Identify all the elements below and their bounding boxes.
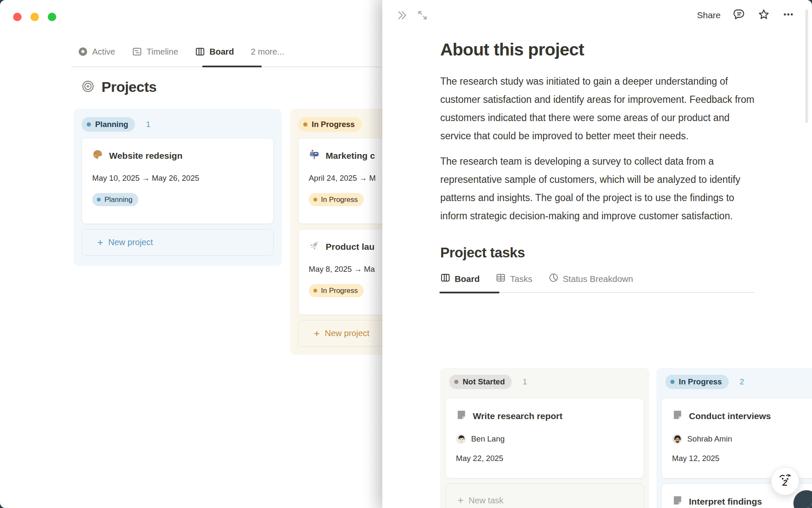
panel-scrollbar[interactable] (805, 9, 808, 123)
column-header: Planning 1 (82, 117, 274, 132)
view-tabs: Active Timeline Board 2 more... (78, 47, 284, 57)
avatar-sohrab-amin (672, 434, 682, 444)
column-header: Not Started 1 (449, 375, 644, 389)
column-count: 1 (146, 120, 151, 129)
tab-label: Board (209, 47, 234, 57)
plus-icon: + (97, 237, 103, 248)
star-icon[interactable] (758, 8, 770, 22)
minimize-window-button[interactable] (30, 13, 39, 21)
task-date: May 12, 2025 (672, 454, 812, 463)
card-title: Conduct interviews (689, 411, 771, 421)
task-date: May 22, 2025 (456, 454, 634, 463)
note-icon (672, 409, 683, 422)
panel-toolbar-left (396, 9, 428, 23)
assignee-name: Sohrab Amin (687, 434, 732, 444)
status-dot (87, 122, 91, 127)
pie-chart-icon (549, 273, 559, 285)
table-icon (496, 273, 506, 285)
palette-emoji (92, 149, 103, 162)
tab-timeline-view[interactable]: Timeline (132, 47, 178, 57)
page-title-row: Projects (81, 79, 156, 95)
tab-task-board[interactable]: Board (440, 273, 480, 285)
task-board: Not Started 1 Write research report (440, 368, 812, 508)
note-icon (456, 409, 467, 422)
card-status-chip: In Progress (309, 284, 364, 297)
timeline-icon (132, 47, 142, 57)
panel-content: About this project The research study wa… (440, 40, 755, 293)
column-count: 1 (523, 377, 527, 387)
task-card-conduct-interviews[interactable]: Conduct interviews Sohrab Amin May 12, 2… (661, 398, 812, 478)
board-icon (440, 273, 450, 285)
close-window-button[interactable] (13, 13, 22, 21)
task-column-not-started: Not Started 1 Write research report (440, 368, 649, 508)
avatar-ben-lang (456, 434, 466, 444)
ellipsis-icon[interactable] (782, 8, 794, 22)
tab-active-view[interactable]: Active (78, 47, 115, 57)
zoom-window-button[interactable] (48, 13, 56, 21)
card-title: Interpret findings (689, 497, 762, 507)
notion-ai-button[interactable] (771, 467, 799, 495)
active-tab-underline (202, 66, 262, 67)
card-date-range: May 10, 2025 → May 26, 2025 (92, 174, 263, 183)
tab-task-list[interactable]: Tasks (496, 273, 532, 285)
notion-window: Active Timeline Board 2 more... Projects… (0, 0, 812, 508)
board-icon (195, 47, 205, 57)
project-column-planning: Planning 1 Website redesign May 10, 2025… (74, 109, 282, 266)
page-title: Projects (102, 79, 156, 95)
new-task-button[interactable]: + New task (445, 483, 644, 508)
about-paragraph-2: The research team is developing a survey… (440, 152, 755, 225)
task-card-write-research-report[interactable]: Write research report Ben Lang May 22, 2… (445, 398, 644, 478)
side-peek-panel: Share About this project The research st… (382, 0, 812, 508)
double-chevron-right-icon[interactable] (396, 9, 408, 23)
notion-ai-face-icon (777, 472, 793, 490)
assignee-name: Ben Lang (471, 434, 505, 444)
tab-label: Timeline (146, 47, 178, 57)
note-icon (672, 495, 683, 508)
status-chip-not-started[interactable]: Not Started (449, 375, 512, 389)
card-title: Website redesign (109, 151, 183, 161)
tab-more-views[interactable]: 2 more... (251, 47, 284, 57)
status-chip-in-progress[interactable]: In Progress (298, 117, 362, 132)
about-heading: About this project (440, 40, 755, 60)
tab-board-view[interactable]: Board (195, 47, 234, 57)
rocket-emoji (309, 240, 320, 253)
status-dot (313, 289, 317, 293)
project-tasks-heading: Project tasks (440, 245, 755, 261)
task-view-tabs: Board Tasks Status Breakdown (440, 273, 755, 285)
window-controls (13, 13, 56, 21)
share-button[interactable]: Share (697, 10, 721, 20)
status-dot (313, 198, 317, 202)
expand-diagonal-icon[interactable] (417, 10, 428, 22)
card-status-chip: In Progress (309, 193, 364, 206)
mailbox-emoji (309, 149, 320, 162)
card-status-chip: Planning (92, 193, 138, 206)
assignee-row: Ben Lang (456, 434, 634, 444)
plus-icon: + (458, 495, 464, 505)
column-header: In Progress 2 (665, 375, 812, 389)
card-title: Write research report (473, 411, 562, 421)
panel-toolbar-right: Share (697, 8, 794, 22)
tab-label: Active (92, 47, 115, 57)
task-tabs-divider (440, 292, 755, 293)
status-dot (97, 198, 101, 202)
tab-status-breakdown[interactable]: Status Breakdown (549, 273, 633, 285)
status-chip-in-progress[interactable]: In Progress (665, 375, 729, 389)
column-count: 2 (740, 377, 744, 387)
comment-icon[interactable] (733, 8, 745, 22)
status-dot (670, 380, 675, 384)
new-project-button[interactable]: + New project (82, 229, 274, 256)
card-title: Product lau (326, 242, 375, 252)
target-icon (81, 80, 95, 95)
active-tab-underline (439, 292, 499, 293)
assignee-row: Sohrab Amin (672, 434, 812, 444)
status-dot (303, 122, 307, 127)
status-chip-planning[interactable]: Planning (82, 117, 135, 132)
tab-label: 2 more... (251, 47, 284, 57)
plus-icon: + (314, 329, 320, 339)
project-card-website-redesign[interactable]: Website redesign May 10, 2025 → May 26, … (82, 138, 274, 224)
status-dot (454, 380, 458, 384)
about-paragraph-1: The research study was initiated to gain… (440, 72, 755, 145)
star-circle-icon (78, 47, 88, 57)
